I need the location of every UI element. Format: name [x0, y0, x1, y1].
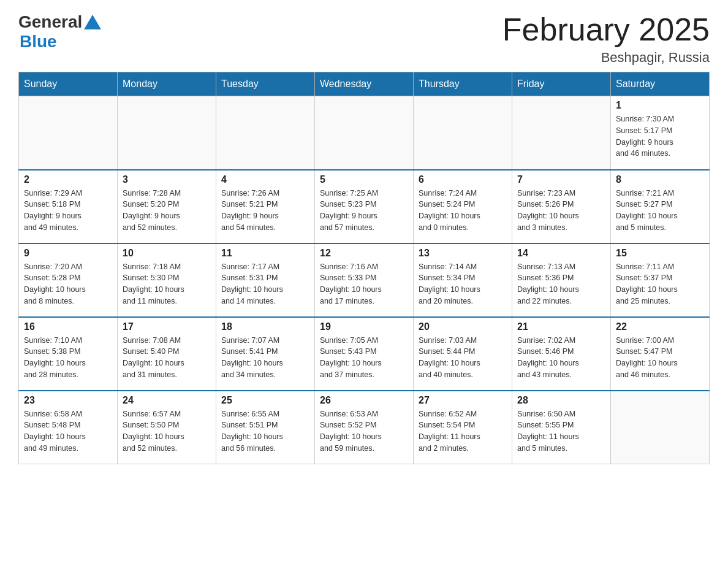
day-info: Sunrise: 7:18 AMSunset: 5:30 PMDaylight:… [123, 261, 211, 307]
logo-triangle-icon [84, 15, 101, 29]
day-info: Sunrise: 7:30 AMSunset: 5:17 PMDaylight:… [616, 113, 704, 159]
calendar-header-sunday: Sunday [19, 72, 118, 96]
day-number: 2 [24, 174, 112, 185]
day-number: 13 [419, 248, 507, 259]
calendar-cell [315, 96, 414, 170]
calendar-cell: 24Sunrise: 6:57 AMSunset: 5:50 PMDayligh… [118, 391, 216, 464]
calendar-cell: 27Sunrise: 6:52 AMSunset: 5:54 PMDayligh… [414, 391, 512, 464]
calendar-location: Beshpagir, Russia [502, 50, 710, 66]
day-number: 6 [419, 174, 507, 185]
day-number: 14 [517, 248, 605, 259]
calendar-cell: 15Sunrise: 7:11 AMSunset: 5:37 PMDayligh… [611, 243, 710, 317]
day-number: 25 [221, 395, 309, 406]
calendar-table: SundayMondayTuesdayWednesdayThursdayFrid… [18, 72, 710, 464]
calendar-cell: 25Sunrise: 6:55 AMSunset: 5:51 PMDayligh… [216, 391, 315, 464]
calendar-cell: 5Sunrise: 7:25 AMSunset: 5:23 PMDaylight… [315, 170, 414, 243]
calendar-cell: 16Sunrise: 7:10 AMSunset: 5:38 PMDayligh… [19, 317, 118, 391]
calendar-cell: 22Sunrise: 7:00 AMSunset: 5:47 PMDayligh… [611, 317, 710, 391]
day-info: Sunrise: 7:03 AMSunset: 5:44 PMDaylight:… [419, 335, 507, 381]
calendar-cell [414, 96, 512, 170]
day-info: Sunrise: 6:55 AMSunset: 5:51 PMDaylight:… [221, 408, 309, 454]
day-number: 18 [221, 321, 309, 332]
day-info: Sunrise: 7:00 AMSunset: 5:47 PMDaylight:… [616, 335, 704, 381]
calendar-cell: 19Sunrise: 7:05 AMSunset: 5:43 PMDayligh… [315, 317, 414, 391]
day-number: 3 [123, 174, 211, 185]
day-info: Sunrise: 6:58 AMSunset: 5:48 PMDaylight:… [24, 408, 112, 454]
day-info: Sunrise: 7:28 AMSunset: 5:20 PMDaylight:… [123, 188, 211, 234]
day-number: 17 [123, 321, 211, 332]
day-number: 7 [517, 174, 605, 185]
calendar-cell: 1Sunrise: 7:30 AMSunset: 5:17 PMDaylight… [611, 96, 710, 170]
day-number: 28 [517, 395, 605, 406]
day-info: Sunrise: 6:50 AMSunset: 5:55 PMDaylight:… [517, 408, 605, 454]
day-info: Sunrise: 7:24 AMSunset: 5:24 PMDaylight:… [419, 188, 507, 234]
calendar-cell: 13Sunrise: 7:14 AMSunset: 5:34 PMDayligh… [414, 243, 512, 317]
day-info: Sunrise: 7:02 AMSunset: 5:46 PMDaylight:… [517, 335, 605, 381]
day-info: Sunrise: 7:05 AMSunset: 5:43 PMDaylight:… [320, 335, 408, 381]
day-number: 22 [616, 321, 704, 332]
logo-general-text: General [18, 12, 82, 32]
calendar-cell: 17Sunrise: 7:08 AMSunset: 5:40 PMDayligh… [118, 317, 216, 391]
day-info: Sunrise: 7:21 AMSunset: 5:27 PMDaylight:… [616, 188, 704, 234]
day-info: Sunrise: 7:25 AMSunset: 5:23 PMDaylight:… [320, 188, 408, 234]
day-info: Sunrise: 6:57 AMSunset: 5:50 PMDaylight:… [123, 408, 211, 454]
day-info: Sunrise: 7:11 AMSunset: 5:37 PMDaylight:… [616, 261, 704, 307]
day-info: Sunrise: 7:17 AMSunset: 5:31 PMDaylight:… [221, 261, 309, 307]
calendar-cell: 10Sunrise: 7:18 AMSunset: 5:30 PMDayligh… [118, 243, 216, 317]
calendar-cell [118, 96, 216, 170]
day-number: 20 [419, 321, 507, 332]
page-header: General Blue February 2025 Beshpagir, Ru… [18, 12, 710, 66]
calendar-cell [19, 96, 118, 170]
day-number: 19 [320, 321, 408, 332]
calendar-cell: 20Sunrise: 7:03 AMSunset: 5:44 PMDayligh… [414, 317, 512, 391]
calendar-title: February 2025 [502, 12, 710, 47]
day-info: Sunrise: 7:08 AMSunset: 5:40 PMDaylight:… [123, 335, 211, 381]
day-info: Sunrise: 7:13 AMSunset: 5:36 PMDaylight:… [517, 261, 605, 307]
calendar-header-thursday: Thursday [414, 72, 512, 96]
calendar-header-row: SundayMondayTuesdayWednesdayThursdayFrid… [19, 72, 710, 96]
calendar-cell: 6Sunrise: 7:24 AMSunset: 5:24 PMDaylight… [414, 170, 512, 243]
day-info: Sunrise: 7:26 AMSunset: 5:21 PMDaylight:… [221, 188, 309, 234]
day-number: 11 [221, 248, 309, 259]
calendar-week-row: 23Sunrise: 6:58 AMSunset: 5:48 PMDayligh… [19, 391, 710, 464]
day-number: 12 [320, 248, 408, 259]
calendar-cell: 7Sunrise: 7:23 AMSunset: 5:26 PMDaylight… [512, 170, 611, 243]
day-number: 27 [419, 395, 507, 406]
calendar-cell: 4Sunrise: 7:26 AMSunset: 5:21 PMDaylight… [216, 170, 315, 243]
calendar-cell: 2Sunrise: 7:29 AMSunset: 5:18 PMDaylight… [19, 170, 118, 243]
svg-marker-0 [84, 15, 101, 29]
logo: General Blue [18, 12, 101, 52]
calendar-cell: 26Sunrise: 6:53 AMSunset: 5:52 PMDayligh… [315, 391, 414, 464]
day-info: Sunrise: 6:53 AMSunset: 5:52 PMDaylight:… [320, 408, 408, 454]
calendar-cell: 14Sunrise: 7:13 AMSunset: 5:36 PMDayligh… [512, 243, 611, 317]
day-number: 1 [616, 100, 704, 111]
calendar-header-saturday: Saturday [611, 72, 710, 96]
day-info: Sunrise: 7:16 AMSunset: 5:33 PMDaylight:… [320, 261, 408, 307]
day-info: Sunrise: 7:23 AMSunset: 5:26 PMDaylight:… [517, 188, 605, 234]
logo-blue-text: Blue [20, 32, 57, 52]
calendar-week-row: 16Sunrise: 7:10 AMSunset: 5:38 PMDayligh… [19, 317, 710, 391]
day-number: 10 [123, 248, 211, 259]
day-number: 8 [616, 174, 704, 185]
calendar-header-tuesday: Tuesday [216, 72, 315, 96]
day-number: 26 [320, 395, 408, 406]
calendar-week-row: 2Sunrise: 7:29 AMSunset: 5:18 PMDaylight… [19, 170, 710, 243]
day-number: 5 [320, 174, 408, 185]
day-number: 24 [123, 395, 211, 406]
calendar-cell [611, 391, 710, 464]
calendar-cell: 18Sunrise: 7:07 AMSunset: 5:41 PMDayligh… [216, 317, 315, 391]
calendar-cell: 3Sunrise: 7:28 AMSunset: 5:20 PMDaylight… [118, 170, 216, 243]
day-number: 23 [24, 395, 112, 406]
calendar-header-monday: Monday [118, 72, 216, 96]
day-info: Sunrise: 7:29 AMSunset: 5:18 PMDaylight:… [24, 188, 112, 234]
day-number: 15 [616, 248, 704, 259]
calendar-header-wednesday: Wednesday [315, 72, 414, 96]
day-number: 4 [221, 174, 309, 185]
day-info: Sunrise: 7:07 AMSunset: 5:41 PMDaylight:… [221, 335, 309, 381]
day-info: Sunrise: 6:52 AMSunset: 5:54 PMDaylight:… [419, 408, 507, 454]
calendar-cell [216, 96, 315, 170]
calendar-cell: 12Sunrise: 7:16 AMSunset: 5:33 PMDayligh… [315, 243, 414, 317]
calendar-cell: 28Sunrise: 6:50 AMSunset: 5:55 PMDayligh… [512, 391, 611, 464]
day-number: 16 [24, 321, 112, 332]
calendar-cell: 11Sunrise: 7:17 AMSunset: 5:31 PMDayligh… [216, 243, 315, 317]
